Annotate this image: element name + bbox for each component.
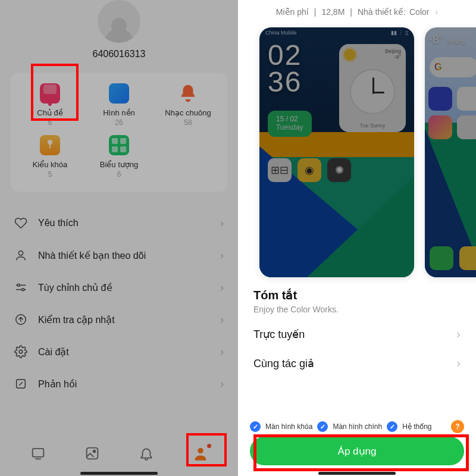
apply-options-row: ✓ Màn hình khóa ✓ Màn hình chính ✓ Hệ th… <box>250 420 464 433</box>
chevron-right-icon: › <box>435 7 438 17</box>
menu-label: Tùy chỉnh chủ đề <box>38 282 220 293</box>
nav-home[interactable] <box>26 441 50 465</box>
upload-icon <box>14 313 27 326</box>
heart-icon <box>14 217 27 230</box>
check-icon[interactable]: ✓ <box>250 421 261 432</box>
chevron-right-icon: › <box>220 378 224 390</box>
tile-lockstyle[interactable]: Kiểu khóa 5 <box>15 135 84 178</box>
right-screen: Miễn phí | 12,8M | Nhà thiết kế: Color ›… <box>238 0 476 476</box>
home-indicator <box>318 472 396 475</box>
opt-lockscreen[interactable]: Màn hình khóa <box>265 422 312 431</box>
chevron-right-icon: › <box>456 356 461 370</box>
menu-label: Nhà thiết kế bạn theo dõi <box>38 250 220 261</box>
tile-count: 26 <box>115 118 123 127</box>
opt-homescreen[interactable]: Màn hình chính <box>333 422 382 431</box>
tile-count: 6 <box>117 170 121 178</box>
summary-title: Tóm tắt <box>253 288 461 302</box>
sliders-icon <box>14 281 27 294</box>
svg-point-3 <box>17 284 20 286</box>
theme-previews[interactable]: China Mobile▮▮ ⋮ ▯ 02 36 Beijing-8° Tue … <box>238 27 476 277</box>
left-screen: 6406016313 Chủ đề 6 Hình nền 26 Nhạc chu… <box>0 0 238 476</box>
nav-gallery[interactable] <box>80 441 104 465</box>
menu-feedback[interactable]: Phản hồi › <box>14 368 224 400</box>
chevron-right-icon: › <box>220 281 224 294</box>
wallpaper-icon <box>109 83 129 104</box>
section-online[interactable]: Trực tuyến › <box>238 317 476 352</box>
pipe-icon: | <box>348 7 354 17</box>
svg-rect-8 <box>32 449 43 457</box>
bell-icon <box>178 83 198 104</box>
menu-label: Phản hồi <box>38 378 220 390</box>
annotation-highlight-theme <box>31 64 79 121</box>
help-icon[interactable]: ? <box>451 420 464 433</box>
annotation-highlight-profile-tab <box>186 433 227 466</box>
pipe-icon: | <box>312 7 318 17</box>
chevron-right-icon: › <box>220 314 224 326</box>
tile-wallpapers[interactable]: Hình nền 26 <box>84 83 154 127</box>
menu-following[interactable]: Nhà thiết kế bạn theo dõi › <box>14 239 224 271</box>
home-indicator <box>80 472 158 475</box>
menu-label: Kiểm tra cập nhật <box>38 314 220 325</box>
meta-free: Miễn phí <box>276 7 309 17</box>
svg-point-6 <box>19 350 23 353</box>
menu-favorites[interactable]: Yêu thích › <box>14 207 224 239</box>
summary-section: Tóm tắt Enjoy the Color Works. <box>238 277 476 317</box>
check-icon[interactable]: ✓ <box>387 421 397 432</box>
chevron-right-icon: › <box>456 327 461 341</box>
menu-update[interactable]: Kiểm tra cập nhật › <box>14 303 224 336</box>
avatar[interactable] <box>98 0 140 43</box>
profile-block: 6406016313 <box>0 0 238 60</box>
svg-point-0 <box>18 251 23 255</box>
lock-icon <box>40 135 60 155</box>
check-icon[interactable]: ✓ <box>317 421 328 432</box>
tile-count: 5 <box>48 170 52 178</box>
menu-label: Yêu thích <box>38 218 220 228</box>
tile-label: Biểu tượng <box>100 160 138 169</box>
meta-designer-value: Color <box>409 7 429 17</box>
opt-system[interactable]: Hệ thống <box>402 422 431 431</box>
tile-count: 58 <box>184 118 192 127</box>
chevron-right-icon: › <box>220 217 224 230</box>
nav-notifications[interactable] <box>134 441 158 465</box>
preview-homescreen[interactable]: -8° Beijing G <box>425 27 476 277</box>
chevron-right-icon: › <box>220 249 224 262</box>
section-label: Cùng tác giả <box>253 357 314 370</box>
menu-customize[interactable]: Tùy chỉnh chủ đề › <box>14 271 224 303</box>
svg-rect-10 <box>86 448 98 459</box>
svg-point-4 <box>22 289 24 291</box>
svg-point-11 <box>93 450 95 453</box>
tile-ringtones[interactable]: Nhạc chuông 58 <box>154 83 223 127</box>
annotation-highlight-apply <box>253 434 469 471</box>
tile-label: Nhạc chuông <box>165 108 211 117</box>
menu-label: Cài đặt <box>38 346 220 358</box>
section-same-author[interactable]: Cùng tác giả › <box>238 352 476 381</box>
user-id: 6406016313 <box>93 49 146 60</box>
tile-label: Kiểu khóa <box>33 160 68 169</box>
preview-lockscreen[interactable]: China Mobile▮▮ ⋮ ▯ 02 36 Beijing-8° Tue … <box>259 27 414 277</box>
user-icon <box>14 249 27 262</box>
iconpack-icon <box>109 135 129 155</box>
chevron-right-icon: › <box>220 346 224 358</box>
menu-list: Yêu thích › Nhà thiết kế bạn theo dõi › … <box>0 207 238 400</box>
tile-label: Hình nền <box>103 108 135 117</box>
summary-desc: Enjoy the Color Works. <box>253 305 461 314</box>
meta-designer-label: Nhà thiết kế: <box>358 7 406 17</box>
tile-iconpack[interactable]: Biểu tượng 6 <box>84 135 154 178</box>
section-label: Trực tuyến <box>253 328 305 341</box>
meta-size: 12,8M <box>321 7 345 17</box>
theme-meta-row[interactable]: Miễn phí | 12,8M | Nhà thiết kế: Color › <box>238 0 476 24</box>
edit-icon <box>14 377 27 390</box>
gear-icon <box>14 345 27 358</box>
menu-settings[interactable]: Cài đặt › <box>14 336 224 368</box>
